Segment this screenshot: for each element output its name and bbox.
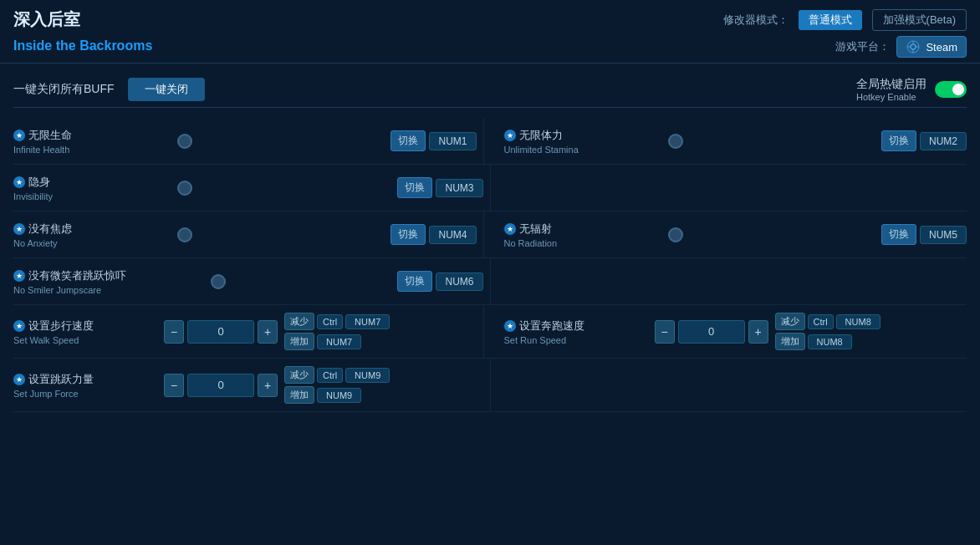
mode-normal-btn[interactable]: 普通模式 (799, 10, 862, 30)
no-radiation-num-btn[interactable]: NUM5 (920, 226, 967, 244)
steam-label: Steam (926, 41, 957, 53)
unlimited-stamina-switch-btn[interactable]: 切换 (881, 130, 916, 151)
no-anxiety-switch-btn[interactable]: 切换 (390, 224, 426, 245)
no-anxiety-cn: 没有焦虑 (28, 222, 72, 237)
walk-speed-keys: 减少 Ctrl NUM7 增加 NUM7 (284, 313, 390, 350)
feature-no-anxiety: ★ 没有焦虑 No Anxiety 切换 NUM4 (13, 215, 477, 255)
walk-speed-ctrl-btn[interactable]: Ctrl (317, 314, 343, 329)
no-radiation-toggle[interactable] (668, 227, 683, 242)
steam-platform-btn[interactable]: Steam (896, 36, 967, 58)
no-smiler-num-btn[interactable]: NUM6 (436, 272, 482, 291)
infinite-health-en: Infinite Health (13, 145, 164, 155)
walk-speed-num7-inc-btn[interactable]: NUM7 (317, 334, 361, 349)
mode-enhanced-btn[interactable]: 加强模式(Beta) (872, 9, 967, 31)
hotkey-en-label: Hotkey Enable (856, 92, 926, 102)
no-anxiety-num-btn[interactable]: NUM4 (429, 226, 476, 244)
star-icon-6: ★ (13, 270, 25, 282)
no-radiation-keys: 切换 NUM5 (881, 224, 967, 245)
app-header: 深入后室 修改器模式： 普通模式 加强模式(Beta) Inside the B… (0, 0, 980, 64)
feature-unlimited-stamina: ★ 无限体力 Unlimited Stamina 切换 NUM2 (491, 121, 967, 161)
star-icon-8: ★ (504, 320, 516, 332)
platform-label: 游戏平台： (835, 39, 890, 54)
no-radiation-switch-btn[interactable]: 切换 (881, 224, 916, 245)
no-anxiety-en: No Anxiety (13, 238, 164, 248)
walk-speed-en: Set Walk Speed (13, 335, 164, 345)
no-anxiety-keys: 切换 NUM4 (390, 224, 476, 245)
run-speed-minus[interactable]: − (655, 320, 675, 344)
jump-force-keys: 减少 Ctrl NUM9 增加 NUM9 (284, 366, 390, 404)
feature-jump-force: ★ 设置跳跃力量 Set Jump Force − + 减少 Ctrl NUM9 (13, 359, 483, 410)
unlimited-stamina-en: Unlimited Stamina (504, 145, 655, 155)
no-smiler-toggle[interactable] (211, 274, 226, 289)
star-icon-2: ★ (504, 130, 516, 141)
unlimited-stamina-num-btn[interactable]: NUM2 (920, 132, 967, 150)
jump-force-minus[interactable]: − (164, 374, 184, 397)
jump-force-add-btn[interactable]: 增加 (284, 386, 314, 404)
no-radiation-en: No Radiation (504, 238, 655, 248)
jump-force-num9-btn[interactable]: NUM9 (345, 368, 390, 383)
title-chinese: 深入后室 (13, 8, 80, 31)
walk-speed-plus[interactable]: + (258, 320, 278, 344)
feature-run-speed: ★ 设置奔跑速度 Set Run Speed − + 减少 Ctrl NUM8 (491, 306, 967, 357)
walk-speed-reduce-btn[interactable]: 减少 (284, 313, 314, 330)
main-content: 一键关闭所有BUFF 一键关闭 全局热键启用 Hotkey Enable ★ 无… (0, 64, 980, 420)
feature-no-smiler: ★ 没有微笑者跳跃惊吓 No Smiler Jumpscare 切换 NUM6 (13, 262, 483, 302)
infinite-health-keys: 切换 NUM1 (390, 130, 476, 151)
star-icon-3: ★ (13, 176, 25, 188)
no-radiation-cn: 无辐射 (519, 222, 552, 237)
run-speed-reduce-btn[interactable]: 减少 (775, 313, 805, 330)
close-all-button[interactable]: 一键关闭 (128, 78, 205, 101)
star-icon-7: ★ (13, 320, 25, 332)
invisibility-toggle[interactable] (177, 181, 192, 196)
feature-no-radiation: ★ 无辐射 No Radiation 切换 NUM5 (491, 215, 967, 255)
run-speed-en: Set Run Speed (504, 335, 655, 345)
walk-speed-add-btn[interactable]: 增加 (284, 333, 314, 350)
run-speed-add-btn[interactable]: 增加 (775, 333, 805, 350)
run-speed-input[interactable] (678, 320, 745, 344)
run-speed-cn: 设置奔跑速度 (519, 318, 584, 334)
no-smiler-cn: 没有微笑者跳跃惊吓 (28, 268, 126, 283)
close-all-label: 一键关闭所有BUFF (13, 82, 115, 97)
star-icon-4: ★ (13, 223, 25, 235)
jump-force-num9-inc-btn[interactable]: NUM9 (317, 388, 361, 403)
feature-infinite-health: ★ 无限生命 Infinite Health 切换 NUM1 (13, 121, 477, 161)
steam-icon (906, 39, 921, 54)
walk-speed-cn: 设置步行速度 (28, 318, 94, 334)
invisibility-num-btn[interactable]: NUM3 (436, 179, 482, 197)
run-speed-num8-btn[interactable]: NUM8 (836, 314, 880, 329)
run-speed-ctrl-btn[interactable]: Ctrl (808, 314, 834, 329)
jump-force-cn: 设置跳跃力量 (28, 372, 94, 387)
features-container: ★ 无限生命 Infinite Health 切换 NUM1 ★ (13, 118, 967, 412)
invisibility-cn: 隐身 (28, 175, 50, 190)
jump-force-reduce-btn[interactable]: 减少 (284, 366, 314, 384)
infinite-health-toggle[interactable] (177, 134, 192, 149)
modifier-label: 修改器模式： (723, 13, 789, 28)
invisibility-keys: 切换 NUM3 (397, 177, 482, 198)
walk-speed-num7-btn[interactable]: NUM7 (345, 314, 390, 329)
jump-force-ctrl-btn[interactable]: Ctrl (317, 368, 343, 383)
jump-force-input[interactable] (187, 374, 254, 397)
infinite-health-switch-btn[interactable]: 切换 (390, 130, 426, 151)
run-speed-num8-inc-btn[interactable]: NUM8 (808, 334, 852, 349)
no-anxiety-toggle[interactable] (177, 227, 192, 242)
walk-speed-input[interactable] (187, 320, 254, 344)
run-speed-numeric: − + (655, 320, 768, 344)
hotkey-labels: 全局热键启用 Hotkey Enable (856, 77, 926, 102)
walk-speed-numeric: − + (164, 320, 278, 344)
infinite-health-num-btn[interactable]: NUM1 (429, 132, 476, 150)
header-controls: 修改器模式： 普通模式 加强模式(Beta) (723, 9, 967, 31)
run-speed-plus[interactable]: + (748, 320, 768, 344)
invisibility-switch-btn[interactable]: 切换 (397, 177, 432, 198)
star-icon: ★ (13, 130, 25, 141)
run-speed-keys: 减少 Ctrl NUM8 增加 NUM8 (775, 313, 880, 350)
feature-invisibility: ★ 隐身 Invisibility 切换 NUM3 (13, 168, 483, 208)
jump-force-plus[interactable]: + (258, 374, 278, 397)
platform-row: 游戏平台： Steam (835, 36, 967, 58)
star-icon-9: ★ (13, 374, 25, 385)
unlimited-stamina-toggle[interactable] (668, 134, 683, 149)
no-smiler-keys: 切换 NUM6 (397, 271, 482, 292)
unlimited-stamina-keys: 切换 NUM2 (881, 130, 967, 151)
no-smiler-switch-btn[interactable]: 切换 (397, 271, 432, 292)
hotkey-toggle[interactable] (935, 81, 967, 98)
walk-speed-minus[interactable]: − (164, 320, 184, 344)
